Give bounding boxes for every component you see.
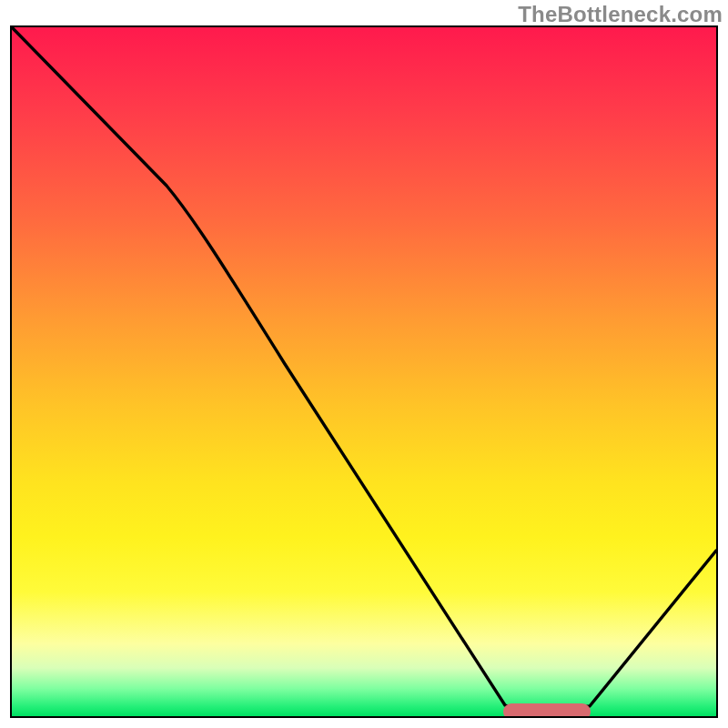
chart-frame: TheBottleneck.com bbox=[0, 0, 728, 728]
watermark-text: TheBottleneck.com bbox=[518, 2, 723, 27]
plot-area bbox=[10, 25, 718, 718]
bottleneck-curve bbox=[12, 27, 716, 712]
line-layer bbox=[12, 27, 716, 716]
optimal-range-marker bbox=[503, 703, 591, 718]
